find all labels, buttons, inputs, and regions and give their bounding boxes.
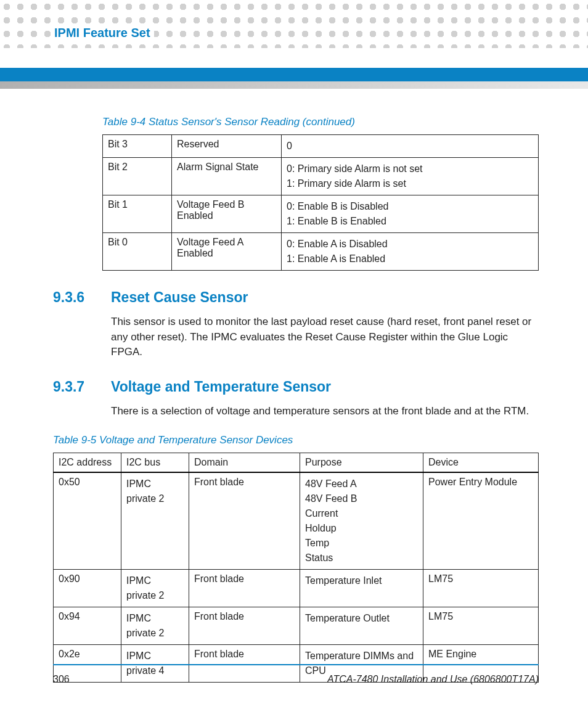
purpose-cell: 48V Feed A48V Feed BCurrentHoldupTempSta…: [300, 472, 423, 570]
i2c-bus-cell: IPMCprivate 2: [121, 472, 189, 570]
section-title: Reset Cause Sensor: [111, 289, 248, 306]
table-row: Bit 0Voltage Feed A Enabled0: Enable A i…: [103, 233, 539, 271]
device-cell: LM75: [423, 607, 539, 644]
domain-cell: Front blade: [189, 569, 300, 607]
table-row: Bit 2Alarm Signal State0: Primary side A…: [103, 158, 539, 195]
section-number: 9.3.7: [53, 379, 91, 395]
table-9-5-caption: Table 9-5 Voltage and Temperature Sensor…: [53, 434, 539, 446]
table-row: 0x94IPMCprivate 2Front bladeTemperature …: [54, 607, 539, 644]
bit-cell: Bit 2: [103, 158, 172, 195]
table-9-5: I2C addressI2C busDomainPurposeDevice 0x…: [53, 453, 539, 683]
header-grey-bar: [0, 81, 588, 89]
name-cell: Voltage Feed B Enabled: [172, 195, 282, 233]
desc-cell: 0: [282, 135, 539, 158]
chapter-title: IPMI Feature Set: [53, 26, 154, 40]
column-header: Domain: [189, 453, 300, 472]
table-9-4: Bit 3Reserved0Bit 2Alarm Signal State0: …: [102, 134, 539, 271]
bit-cell: Bit 3: [103, 135, 172, 158]
section-title: Voltage and Temperature Sensor: [111, 379, 331, 395]
column-header: I2C address: [54, 453, 121, 472]
device-cell: Power Entry Module: [423, 472, 539, 570]
purpose-cell: Temperature Outlet: [300, 607, 423, 644]
section-9-3-7-body: There is a selection of voltage and temp…: [111, 404, 539, 419]
page-number: 306: [53, 674, 70, 685]
domain-cell: Front blade: [189, 472, 300, 570]
purpose-cell: Temperature Inlet: [300, 569, 423, 607]
i2c-address-cell: 0x90: [54, 569, 121, 607]
name-cell: Alarm Signal State: [172, 158, 282, 195]
i2c-bus-cell: IPMCprivate 2: [121, 569, 189, 607]
bit-cell: Bit 0: [103, 233, 172, 271]
name-cell: Reserved: [172, 135, 282, 158]
desc-cell: 0: Enable B is Disabled1: Enable B is En…: [282, 195, 539, 233]
footer-rule: [53, 664, 539, 665]
page-footer: 306 ATCA-7480 Installation and Use (6806…: [53, 674, 539, 685]
name-cell: Voltage Feed A Enabled: [172, 233, 282, 271]
table-row: Bit 1Voltage Feed B Enabled0: Enable B i…: [103, 195, 539, 233]
i2c-address-cell: 0x50: [54, 472, 121, 570]
table-row: 0x50IPMCprivate 2Front blade48V Feed A48…: [54, 472, 539, 570]
section-9-3-6-heading: 9.3.6 Reset Cause Sensor: [53, 289, 539, 306]
header-dot-pattern: [0, 0, 588, 48]
section-9-3-7-heading: 9.3.7 Voltage and Temperature Sensor: [53, 379, 539, 395]
header-blue-bar: [0, 68, 588, 81]
section-number: 9.3.6: [53, 289, 91, 306]
device-cell: LM75: [423, 569, 539, 607]
table-row: 0x90IPMCprivate 2Front bladeTemperature …: [54, 569, 539, 607]
i2c-bus-cell: IPMCprivate 2: [121, 607, 189, 644]
desc-cell: 0: Enable A is Disabled1: Enable A is En…: [282, 233, 539, 271]
doc-title: ATCA-7480 Installation and Use (6806800T…: [327, 674, 539, 685]
column-header: Device: [423, 453, 539, 472]
table-9-4-caption: Table 9-4 Status Sensor's Sensor Reading…: [102, 116, 539, 128]
section-9-3-6-body: This sensor is used to monitor the last …: [111, 314, 539, 360]
table-row: Bit 3Reserved0: [103, 135, 539, 158]
domain-cell: Front blade: [189, 607, 300, 644]
i2c-address-cell: 0x94: [54, 607, 121, 644]
desc-cell: 0: Primary side Alarm is not set1: Prima…: [282, 158, 539, 195]
bit-cell: Bit 1: [103, 195, 172, 233]
column-header: I2C bus: [121, 453, 189, 472]
column-header: Purpose: [300, 453, 423, 472]
